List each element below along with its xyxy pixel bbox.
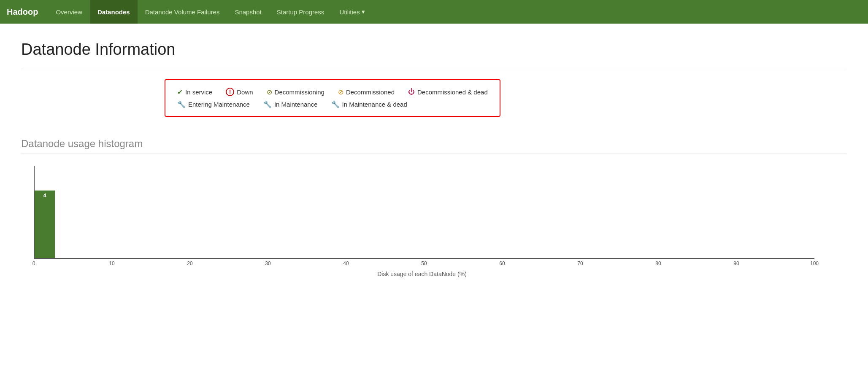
x-tick-label: 60	[499, 260, 505, 266]
x-tick-label: 100	[810, 260, 819, 266]
legend-entering-maintenance-label: Entering Maintenance	[188, 101, 250, 108]
histogram-container: 4 0102030405060708090100 Disk usage of e…	[21, 166, 823, 276]
legend-in-maintenance-label: In Maintenance	[274, 101, 318, 108]
x-axis: 0102030405060708090100	[34, 259, 814, 269]
legend-decommissioned: ⊘ Decommissioned	[338, 88, 395, 96]
legend-decommissioned-dead-label: Decommissioned & dead	[417, 89, 488, 96]
legend-decommissioning-label: Decommissioning	[275, 89, 324, 96]
in-maintenance-dead-icon: 🔧	[331, 100, 340, 108]
nav-startup-progress[interactable]: Startup Progress	[269, 0, 332, 24]
legend-in-maintenance: 🔧 In Maintenance	[263, 100, 318, 108]
legend-in-maintenance-dead-label: In Maintenance & dead	[342, 101, 407, 108]
legend-entering-maintenance: 🔧 Entering Maintenance	[177, 100, 250, 108]
x-tick-label: 0	[32, 260, 35, 266]
x-tick-label: 70	[577, 260, 583, 266]
status-legend-box: ✔ In service ! Down ⊘ Decommissioning ⊘ …	[165, 79, 500, 117]
histogram-chart: 4	[34, 166, 814, 259]
main-content: Datanode Information ✔ In service ! Down…	[0, 24, 868, 392]
histogram-section: Datanode usage histogram 4 0102030405060…	[21, 138, 847, 276]
nav-snapshot[interactable]: Snapshot	[227, 0, 269, 24]
entering-maintenance-icon: 🔧	[177, 100, 186, 108]
chevron-down-icon: ▾	[362, 8, 365, 16]
legend-in-maintenance-dead: 🔧 In Maintenance & dead	[331, 100, 407, 108]
legend-decommissioned-dead: ⏻ Decommissioned & dead	[408, 88, 488, 96]
legend-down-label: Down	[237, 89, 253, 96]
legend-decommissioned-label: Decommissioned	[346, 89, 395, 96]
page-title: Datanode Information	[21, 40, 847, 59]
legend-in-service: ✔ In service	[177, 88, 212, 96]
histogram-bar-group: 4	[35, 191, 55, 258]
x-tick-label: 50	[421, 260, 427, 266]
decommissioned-dead-icon: ⏻	[408, 88, 415, 96]
histogram-bar: 4	[35, 191, 55, 258]
legend-decommissioning: ⊘ Decommissioning	[267, 88, 324, 96]
legend-down: ! Down	[226, 88, 253, 96]
x-tick-label: 90	[733, 260, 739, 266]
decommissioned-icon: ⊘	[338, 88, 343, 96]
in-maintenance-icon: 🔧	[263, 100, 272, 108]
x-axis-label: Disk usage of each DataNode (%)	[21, 271, 823, 277]
nav-brand: Hadoop	[7, 7, 38, 17]
histogram-title: Datanode usage histogram	[21, 138, 847, 150]
nav-overview[interactable]: Overview	[48, 0, 90, 24]
checkmark-icon: ✔	[177, 88, 183, 96]
nav-utilities[interactable]: Utilities ▾	[332, 0, 372, 24]
x-tick-label: 40	[343, 260, 349, 266]
x-tick-label: 10	[109, 260, 114, 266]
x-tick-label: 20	[187, 260, 192, 266]
x-tick-label: 30	[265, 260, 270, 266]
legend-in-service-label: In service	[185, 89, 212, 96]
x-tick-label: 80	[655, 260, 661, 266]
legend-row-2: 🔧 Entering Maintenance 🔧 In Maintenance …	[177, 100, 488, 108]
navbar: Hadoop Overview Datanodes Datanode Volum…	[0, 0, 868, 24]
down-icon: !	[226, 88, 234, 96]
nav-datanode-volume-failures[interactable]: Datanode Volume Failures	[138, 0, 227, 24]
nav-utilities-label: Utilities	[339, 8, 360, 16]
nav-datanodes[interactable]: Datanodes	[90, 0, 138, 24]
bar-value-label: 4	[43, 191, 46, 199]
decommissioning-icon: ⊘	[267, 88, 272, 96]
legend-row-1: ✔ In service ! Down ⊘ Decommissioning ⊘ …	[177, 88, 488, 96]
